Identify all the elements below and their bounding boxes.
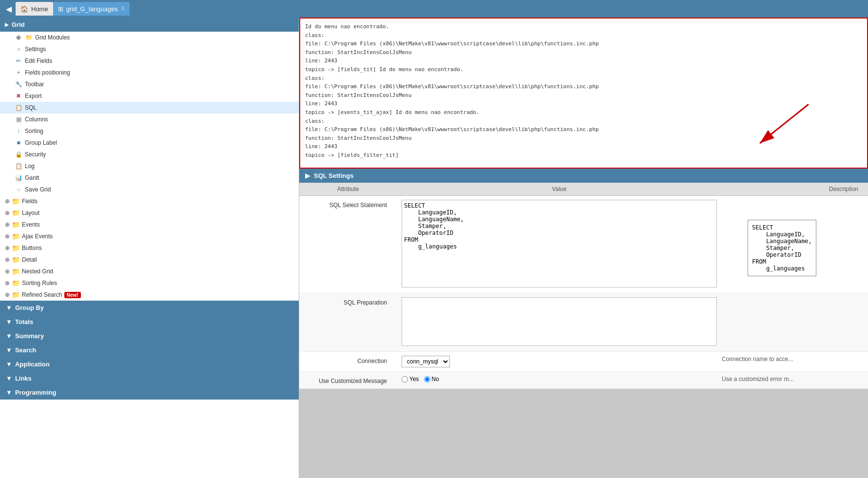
- folder-nested-grid-label: Nested Grid: [22, 268, 53, 275]
- top-bar: ◀ 🏠 Home ⊞ grid_G_languages X: [0, 0, 868, 18]
- sql-select-textarea[interactable]: SELECT LanguageID, LanguageName, Stamper…: [402, 200, 717, 287]
- folder-detail[interactable]: ⊕ 📁 Detail: [0, 254, 299, 266]
- ajax-expand-icon: ⊕: [5, 233, 10, 240]
- sidebar-label-sql: SQL: [25, 104, 37, 111]
- sidebar-item-security[interactable]: 🔒 Security: [0, 149, 299, 160]
- section-links[interactable]: ▼ Links: [0, 371, 299, 385]
- refined-folder-icon: 📁: [12, 291, 20, 299]
- col-header-value: Value: [397, 186, 722, 192]
- expand-icon: ⊕: [15, 34, 22, 41]
- section-links-label: Links: [15, 375, 32, 382]
- group-label-icon: ■: [15, 139, 22, 147]
- export-icon: ✖: [15, 92, 22, 100]
- sidebar-item-sql[interactable]: 📋 SQL: [0, 102, 299, 114]
- col-header-description: Description: [722, 186, 868, 192]
- section-summary[interactable]: ▼ Summary: [0, 329, 299, 343]
- sql-popup-preview: SELECT LanguageID, LanguageName, Stamper…: [748, 220, 816, 276]
- plus-icon: +: [15, 69, 22, 76]
- sidebar-grid-header[interactable]: ▶ Grid: [0, 18, 299, 32]
- home-icon: 🏠: [20, 5, 28, 13]
- sidebar-item-grid-modules[interactable]: ⊕ 📁 Grid Modules: [0, 32, 299, 43]
- buttons-expand-icon: ⊕: [5, 245, 10, 251]
- totals-arrow: ▼: [6, 318, 12, 325]
- radio-yes[interactable]: [402, 376, 408, 382]
- sidebar-item-columns[interactable]: ▦ Columns: [0, 114, 299, 125]
- folder-nested-grid[interactable]: ⊕ 📁 Nested Grid: [0, 266, 299, 277]
- fields-folder-icon: 📁: [12, 197, 20, 205]
- connection-select[interactable]: conn_mysql: [402, 356, 450, 367]
- buttons-folder-icon: 📁: [12, 244, 20, 252]
- sidebar-item-log[interactable]: 📋 Log: [0, 160, 299, 172]
- error-text: Id do menu nao encontrado. class: file: …: [305, 22, 862, 160]
- folder-sorting-rules[interactable]: ⊕ 📁 Sorting Rules: [0, 277, 299, 289]
- radio-yes-label[interactable]: Yes: [402, 376, 419, 382]
- sidebar-label-sorting: Sorting: [25, 128, 43, 134]
- close-tab-button[interactable]: X: [121, 5, 125, 12]
- radio-no[interactable]: [424, 376, 430, 382]
- content-wrapper: Id do menu nao encontrado. class: file: …: [299, 18, 868, 478]
- gantt-icon: 📊: [15, 174, 22, 182]
- section-programming-label: Programming: [15, 389, 57, 396]
- radio-no-label[interactable]: No: [424, 376, 439, 382]
- val-connection: conn_mysql: [397, 356, 722, 367]
- sidebar-item-toolbar[interactable]: 🔧 Toolbar: [0, 78, 299, 90]
- folder-fields[interactable]: ⊕ 📁 Fields: [0, 195, 299, 207]
- events-folder-icon: 📁: [12, 221, 20, 229]
- sidebar-item-sorting[interactable]: ↕ Sorting: [0, 125, 299, 137]
- sql-settings-expand-icon: ▶: [305, 172, 310, 179]
- grid-expand-arrow: ▶: [5, 22, 9, 27]
- section-search[interactable]: ▼ Search: [0, 343, 299, 357]
- section-group-by[interactable]: ▼ Group By: [0, 301, 299, 315]
- section-programming[interactable]: ▼ Programming: [0, 385, 299, 400]
- sidebar-label-gantt: Gantt: [25, 174, 39, 181]
- attr-sql-select: SQL Select Statement: [299, 200, 397, 209]
- events-expand-icon: ⊕: [5, 221, 10, 228]
- log-icon: 📋: [15, 162, 22, 170]
- sidebar-label-settings: Settings: [25, 46, 46, 53]
- sidebar-item-settings[interactable]: ○ Settings: [0, 43, 299, 55]
- sidebar-item-gantt[interactable]: 📊 Gantt: [0, 172, 299, 184]
- section-summary-label: Summary: [15, 332, 44, 340]
- folder-refined-search[interactable]: ⊕ 📁 Refined Search New!: [0, 289, 299, 301]
- nav-back-button[interactable]: ◀: [2, 4, 16, 14]
- sorting-rules-expand-icon: ⊕: [5, 280, 10, 287]
- val-sql-select[interactable]: SELECT LanguageID, LanguageName, Stamper…: [397, 200, 722, 289]
- sidebar-item-edit-fields[interactable]: ✏ Edit Fields: [0, 55, 299, 67]
- sql-settings-header: ▶ SQL Settings: [299, 169, 868, 183]
- application-arrow: ▼: [6, 361, 12, 368]
- sidebar-label-save-grid: Save Grid: [25, 186, 51, 193]
- fields-expand-icon: ⊕: [5, 198, 10, 205]
- new-badge: New!: [64, 292, 81, 298]
- sorting-icon: ↕: [15, 127, 22, 135]
- sidebar-item-fields-positioning[interactable]: + Fields positioning: [0, 67, 299, 78]
- section-search-label: Search: [15, 346, 36, 354]
- sidebar-label-edit-fields: Edit Fields: [25, 57, 52, 64]
- sql-settings-title: SQL Settings: [314, 172, 353, 179]
- tab-grid-languages[interactable]: ⊞ grid_G_languages X: [53, 2, 130, 16]
- tab-home[interactable]: 🏠 Home: [16, 2, 53, 16]
- ajax-folder-icon: 📁: [12, 232, 20, 240]
- sql-popup-text: SELECT LanguageID, LanguageName, Stamper…: [752, 224, 812, 272]
- folder-layout[interactable]: ⊕ 📁 Layout: [0, 207, 299, 219]
- val-sql-prep[interactable]: [397, 297, 722, 347]
- folder-events[interactable]: ⊕ 📁 Events: [0, 219, 299, 230]
- section-totals[interactable]: ▼ Totals: [0, 315, 299, 329]
- sidebar-label-export: Export: [25, 93, 42, 99]
- section-application[interactable]: ▼ Application: [0, 357, 299, 371]
- attr-sql-prep: SQL Preparation: [299, 297, 397, 306]
- folder-icon: 📁: [25, 34, 33, 41]
- folder-ajax-events-label: Ajax Events: [22, 233, 53, 240]
- refined-expand-icon: ⊕: [5, 291, 10, 298]
- search-arrow: ▼: [6, 346, 12, 354]
- sidebar-item-save-grid[interactable]: ○ Save Grid: [0, 184, 299, 195]
- table-header: Attribute Value Description: [299, 183, 868, 196]
- settings-icon: ○: [15, 45, 22, 53]
- folder-buttons[interactable]: ⊕ 📁 Buttons: [0, 242, 299, 254]
- sql-prep-textarea[interactable]: [402, 297, 717, 346]
- sql-settings-table: Attribute Value Description SQL Select S…: [299, 183, 868, 389]
- main-layout: ▶ Grid ⊕ 📁 Grid Modules ○ Settings ✏ Edi…: [0, 18, 868, 478]
- folder-ajax-events[interactable]: ⊕ 📁 Ajax Events: [0, 230, 299, 242]
- sidebar-item-group-label[interactable]: ■ Group Label: [0, 137, 299, 149]
- sidebar-item-export[interactable]: ✖ Export: [0, 90, 299, 102]
- section-group-by-label: Group By: [15, 304, 44, 311]
